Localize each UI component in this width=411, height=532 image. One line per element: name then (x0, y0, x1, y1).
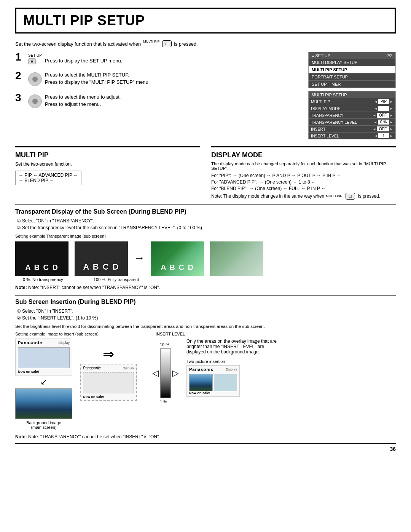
pip-val-6: ◄ 1 ► (374, 133, 393, 138)
caption-no-transparency: 0 %: No transparency (23, 277, 63, 282)
pip-val-1: ◄ PIP ► (374, 99, 393, 104)
display-mode-note-row: Note: The display mode changes in the sa… (211, 193, 396, 200)
pip-mode-label: For "PIP": (211, 173, 231, 178)
transparency-note-text: Note: "INSERT" cannot be set when "TRANS… (28, 285, 160, 290)
two-pic-overlay-img (214, 374, 237, 391)
setup-item-multi-pip[interactable]: MULTI PIP SETUP (309, 66, 395, 73)
setup-item-multi-display[interactable]: MULTI DISPLAY SETUP (309, 59, 395, 66)
pan-dashed-body (83, 372, 134, 393)
pip-val-box-6: 1 (378, 133, 389, 138)
multi-pip-heading: MULTI PIP (15, 150, 200, 159)
pip-row-transparency[interactable]: TRANSPARENCY ◄ OFF ► (309, 112, 395, 119)
pip-val-box-3: OFF (377, 113, 389, 118)
arrow-right-1: ► (390, 100, 393, 104)
transparent-steps: Select "ON" in "TRANSPARENCY". Set the t… (15, 218, 396, 231)
insert-right-col: Only the areas on the overlay image that… (186, 339, 278, 397)
arrow-left-6: ◄ (374, 134, 378, 138)
insertion-note-strong: Note: (15, 434, 27, 439)
caption-fully-transparent: 100 %: Fully transparent (94, 277, 139, 282)
page-title: MULTI PIP SETUP (23, 13, 388, 29)
il-left-arrow: ◁ (152, 368, 159, 378)
pip-row-label-1: MULTI PIP (311, 99, 330, 104)
top-section: 1 SET UP ≡ Press to display the SET UP m… (15, 52, 396, 139)
nav-button-step3[interactable] (28, 94, 42, 108)
pip-setup-header: MULTI PIP SETUP (309, 91, 395, 98)
display-mode-note-text: Note: The display mode changes in the sa… (211, 193, 324, 199)
trans-box-text-1: A B C D (15, 263, 68, 272)
arrow-left-1: ◄ (374, 100, 378, 104)
insert-example-label: Setting example Image to insert (sub scr… (15, 332, 99, 336)
transparency-demo-row: A B C D A B C D → A B C D (15, 241, 396, 276)
two-pic-footer: Now on sale! (189, 391, 237, 395)
transparent-step-1: Select "ON" in "TRANSPARENCY". (17, 218, 396, 224)
pan-footer: Now on sale! (18, 370, 70, 374)
insert-label-row: Setting example Image to insert (sub scr… (15, 332, 396, 336)
arrow-left-3: ◄ (373, 113, 376, 117)
step-1-text: Press to display the SET UP menu. (45, 53, 122, 64)
step-2-row: 2 Press to select the MULTI PIP SETUP. P… (15, 70, 301, 89)
pip-row-trans-level[interactable]: TRANSPARENCY LEVEL ◄ 0 % ► (309, 119, 395, 126)
nav-btn-inner-3 (32, 99, 38, 104)
level-10-label: 10 % (160, 342, 169, 347)
multi-pip-subtext: Set the two-screen function. (15, 161, 200, 167)
insert-mid-col: ⇒ Panasonic Display Now on sale! (80, 339, 137, 401)
transparent-heading: Transparent Display of the Sub Screen (D… (15, 208, 396, 215)
down-arrow-1: ↙ (15, 377, 72, 387)
pip-mode-flow: → (One screen) ↔ P AND P ↔ P OUT P ↔ P I… (233, 173, 341, 178)
step-2-text-2: Press to display the "MULTI PIP SETUP" m… (45, 79, 150, 85)
pip-flow-diagram: → PIP ↔ ADVANCED PIP ←→ BLEND PIP ← (15, 171, 81, 185)
arrow-right-4: ► (390, 120, 393, 124)
nav-btn-inner (32, 77, 38, 82)
pip-row-multi-pip[interactable]: MULTI PIP ◄ PIP ► (309, 98, 395, 105)
step-3-texts: Press to select the menu to adjust. Pres… (45, 94, 121, 109)
blend-mode-row: For "BLEND PIP": → (One screen) ↔ FULL ↔… (211, 186, 396, 191)
setup-item-portrait[interactable]: PORTRAIT SETUP (309, 73, 395, 81)
transparency-note: Note: Note: "INSERT" cannot be set when … (15, 285, 396, 290)
display-mode-note-btn-label: MULTI PIP (326, 194, 342, 198)
demo-item-3: A B C D (151, 241, 204, 276)
two-pic-header: Panasonic Display (189, 367, 237, 372)
intro-row: Set the two-screen display function that… (15, 40, 396, 47)
display-mode-section: DISPLAY MODE The display mode can be cha… (211, 146, 396, 200)
multi-pip-note-btn: □ (346, 193, 355, 200)
arrow-left-5: ◄ (373, 127, 376, 131)
blend-mode-flow: → (One screen) ↔ FULL ↔ P IN P ← (249, 186, 326, 191)
trans-box-1: A B C D (15, 241, 68, 276)
insert-level-col-label: INSERT LEVEL (156, 332, 185, 336)
trans-box-3: A B C D (151, 241, 204, 276)
intro-text: Set the two-screen display function that… (15, 41, 141, 47)
transparency-example-label: Setting example Transparent image (sub s… (15, 234, 396, 238)
pip-row-insert-level[interactable]: INSERT LEVEL ◄ 1 ► (309, 133, 395, 139)
pip-row-insert[interactable]: INSERT ◄ OFF ► (309, 126, 395, 133)
trans-box-4 (210, 241, 263, 276)
pan-dashed-header: Panasonic Display (83, 366, 134, 370)
pip-row-label-2: DISPLAY MODE (311, 106, 341, 111)
bg-image-col: Background image(main screen) (15, 388, 72, 430)
arrow-right-3: ► (390, 113, 393, 117)
setup-item-timer[interactable]: SET UP TIMER (309, 81, 395, 88)
two-pic-bg-img (189, 374, 213, 391)
pip-row-label-5: INSERT (311, 127, 325, 131)
step-1-content: SET UP ≡ Press to display the SET UP men… (28, 52, 301, 67)
insert-level-bar-col: 10 % ◁ ▷ 1 % (152, 342, 179, 404)
step-3-text-2: Press to adjust the menu. (45, 101, 121, 107)
nav-button-step2[interactable] (28, 72, 42, 86)
setup-panel-col: ≡ SET UP 2/2 MULTI DISPLAY SETUP MULTI P… (308, 52, 396, 139)
pan-dashed-logo: Panasonic (83, 366, 101, 370)
setup-button[interactable]: ≡ (28, 58, 36, 64)
multi-pip-section: MULTI PIP Set the two-screen function. →… (15, 146, 200, 185)
pip-val-2: ◄ ► (374, 106, 393, 111)
display-mode-note-end: is pressed. (358, 193, 380, 199)
il-right-arrow: ▷ (172, 368, 179, 378)
demo-item-1: A B C D (15, 241, 68, 276)
two-pic-box: Panasonic Display Now on sale! (186, 365, 240, 397)
page-title-box: MULTI PIP SETUP (15, 8, 396, 34)
pip-row-display-mode[interactable]: DISPLAY MODE ◄ ► (309, 105, 395, 112)
il-gradient-bar (160, 348, 171, 398)
insert-full-layout: Panasonic Display Now on sale! ↙ Backgro… (15, 339, 396, 430)
step-3-content: Press to select the menu to adjust. Pres… (28, 93, 301, 111)
step-1-icon-row: SET UP ≡ Press to display the SET UP men… (28, 53, 301, 64)
step-3-text-1: Press to select the menu to adjust. (45, 94, 121, 100)
transparency-caption-row: 0 %: No transparency 100 %: Fully transp… (23, 277, 396, 282)
pip-val-5: ◄ OFF ► (373, 126, 393, 131)
